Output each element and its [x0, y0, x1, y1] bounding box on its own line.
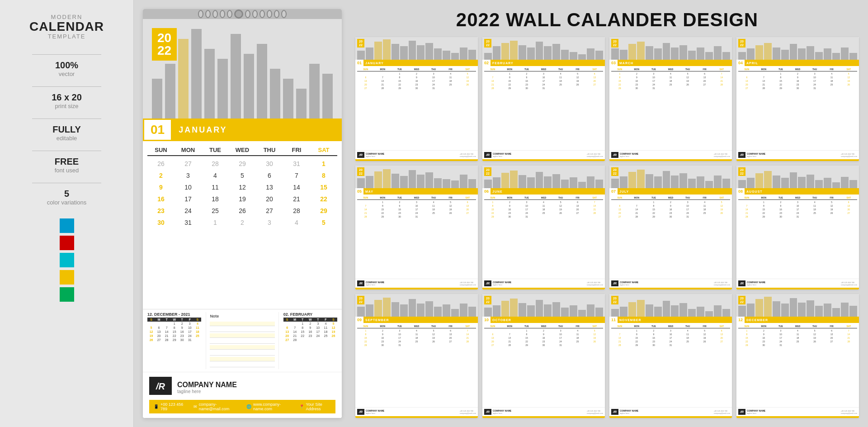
mc-bar: [781, 50, 789, 60]
mc-week: 14151617181920: [738, 208, 857, 211]
feature-print: 16 x 20 print size: [52, 92, 82, 109]
mc-week: 14151617181920: [484, 79, 603, 83]
mc-bar: [400, 46, 408, 60]
day-fri: FRI: [283, 145, 310, 156]
mc-month-name: DECEMBER: [745, 318, 770, 322]
mc-bar: [773, 176, 780, 188]
phone-icon: 📱: [154, 404, 159, 409]
mc-hd: FRI: [696, 67, 713, 71]
mc-day: 5: [552, 200, 569, 204]
mc-day: 27: [586, 83, 603, 86]
day-cell: 24: [175, 205, 202, 217]
mc-bar: [628, 302, 636, 317]
mini-day: 22: [299, 334, 307, 338]
mc-hd: MON: [755, 324, 773, 328]
mc-bar: [595, 180, 603, 188]
mc-company-info: COMPANY NAME tagline here: [747, 281, 765, 286]
sidebar: modern CALENDAR template 100% vector 16 …: [0, 0, 134, 427]
mc-day: 15: [518, 336, 535, 340]
mini-prev-label: 12. DECEMBER - 2021: [147, 312, 190, 317]
mc-day: 10: [518, 204, 535, 208]
mc-day: [442, 215, 459, 218]
day-cell: 6: [256, 170, 283, 181]
mc-month-name: FEBRUARY: [491, 62, 515, 65]
mc-bar: [434, 178, 442, 189]
mc-top: 2022: [482, 294, 605, 317]
bar-14: [322, 74, 333, 119]
mc-day: 13: [738, 79, 755, 83]
mc-bar: [697, 47, 704, 60]
mc-week: 28293031: [357, 215, 476, 218]
mc-day: 18: [552, 79, 569, 83]
mini-day: 12: [330, 326, 337, 330]
mc-day: 4: [823, 72, 840, 76]
mc-week: 1234567: [611, 72, 730, 76]
month-card-08: 2022 08 AUGUST SUN MON TUE WED THU FRI S…: [736, 166, 859, 289]
mc-day: 5: [823, 200, 840, 204]
mc-logo: /R: [738, 152, 745, 158]
mc-footer-content: /R COMPANY NAME tagline here: [357, 409, 384, 415]
mc-day: 19: [586, 336, 603, 340]
mc-bar: [849, 53, 857, 60]
mc-month-row: 05 MAY: [355, 188, 478, 195]
mini-day: 27: [283, 338, 291, 342]
mc-bar: [374, 42, 382, 60]
mc-day: 15: [738, 336, 755, 340]
mc-day: 26: [679, 83, 696, 86]
month-card-10: 2022 10 OCTOBER SUN MON TUE WED THU FRI …: [482, 294, 605, 418]
mini-day: 26: [330, 334, 337, 338]
mc-day: 7: [459, 329, 476, 332]
mini-day: 22: [170, 334, 178, 338]
mini-week-2: 6 7 8 9 10 11 12: [283, 326, 337, 330]
mc-day: 11: [789, 332, 807, 336]
mc-day: 20: [484, 340, 501, 343]
mc-top: 2022: [355, 294, 478, 317]
feature-print-main: 16 x 20: [52, 92, 82, 103]
mc-week: 123456: [611, 329, 730, 332]
mc-contact-info: +00 123 456 789 company@mail.com: [714, 153, 730, 157]
mc-footer: /R COMPANY NAME tagline here +00 123 456…: [355, 150, 478, 159]
mc-bar: [832, 308, 840, 317]
mc-day: 24: [679, 211, 696, 215]
mc-hd: THU: [806, 67, 823, 71]
mc-day: 12: [806, 332, 823, 336]
mc-day: 31: [408, 215, 425, 218]
mc-day: [696, 86, 713, 90]
mc-day: [501, 329, 519, 332]
company-name-text: COMPANY NAME: [177, 381, 237, 389]
sidebar-template-text: template: [29, 33, 104, 40]
mc-bar: [570, 177, 577, 188]
mc-day: [611, 329, 628, 332]
mc-day: 1: [374, 200, 392, 204]
address-text: Your Site Address: [306, 402, 331, 411]
mc-day: 6: [738, 76, 755, 79]
month-card-11: 2022 11 NOVEMBER SUN MON TUE WED THU FRI…: [609, 294, 732, 418]
mc-bar: [755, 45, 763, 60]
mc-bar: [620, 50, 627, 60]
mc-cal-grid: SUN MON TUE WED THU FRI SAT 12345 678910…: [736, 66, 859, 150]
mc-day: 23: [501, 211, 519, 215]
mc-bar: [697, 307, 704, 317]
mc-cal-grid: SUN MON TUE WED THU FRI SAT 1234567 8910…: [609, 66, 732, 150]
mc-day: 4: [408, 329, 425, 332]
mc-day: 28: [755, 86, 773, 90]
mc-day: 21: [738, 211, 755, 215]
mc-day: 18: [535, 208, 552, 211]
mc-day: 25: [425, 211, 442, 215]
mc-day: 15: [501, 79, 519, 83]
mc-day: 7: [611, 332, 628, 336]
mc-day: 15: [628, 336, 646, 340]
spiral-center: [234, 9, 243, 19]
mini-h-w: W: [307, 318, 314, 322]
mc-day: 1: [611, 72, 628, 76]
mc-day: 23: [789, 83, 807, 86]
mc-day: 10: [645, 76, 662, 79]
day-sat: SAT: [310, 145, 337, 156]
mc-day: 23: [662, 211, 679, 215]
mc-day: 17: [535, 79, 552, 83]
mc-day: 9: [645, 332, 662, 336]
day-cell: 31: [283, 158, 310, 170]
mc-bar: [570, 52, 577, 60]
mc-email: company@mail.com: [714, 155, 730, 157]
mc-day: 30: [391, 215, 408, 218]
